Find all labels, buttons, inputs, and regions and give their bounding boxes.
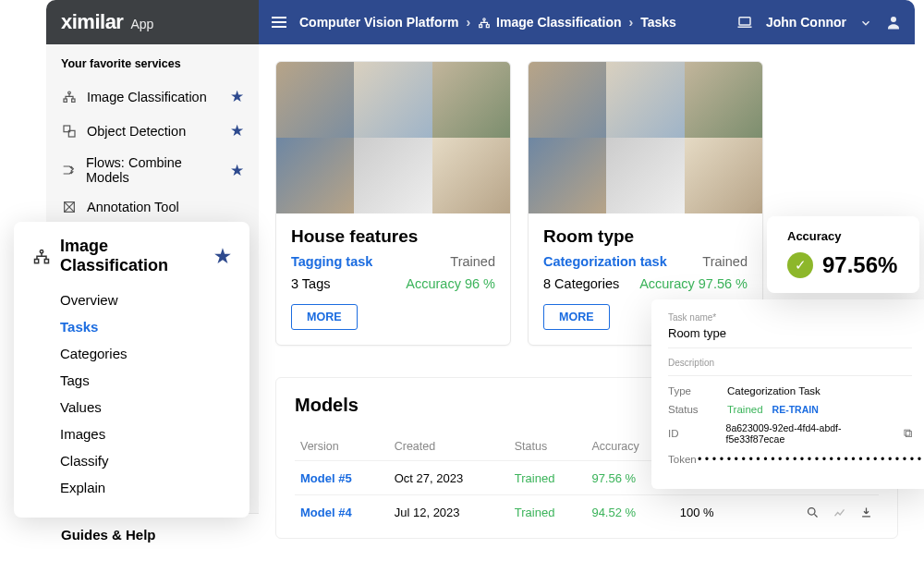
detail-type-label: Type [668,385,727,396]
svg-point-0 [483,18,485,20]
topbar: ximilar App Computer Vision Platform › I… [46,0,915,44]
card-meta: 3 Tags [291,276,330,291]
svg-rect-6 [64,99,67,102]
flows-icon [61,163,77,177]
classification-icon [478,15,491,30]
task-detail-panel: Task name* Room type Description Type Ca… [651,299,924,489]
svg-rect-2 [486,25,489,28]
sidebar-item-label: Image Classification [87,90,207,104]
classification-icon [61,90,78,104]
col-created: Created [389,433,509,461]
card-meta: 8 Categories [543,276,619,291]
menu-icon[interactable] [272,17,286,28]
sidebar-item-flows[interactable]: Flows: Combine Models ★ [46,148,259,192]
card-thumbnails [276,62,510,213]
star-icon[interactable]: ★ [230,161,244,180]
svg-point-13 [40,250,43,252]
task-type-link[interactable]: Categorization task [543,254,667,269]
model-created: Jul 12, 2023 [389,495,509,530]
star-icon[interactable]: ★ [230,121,244,140]
annotation-icon [61,200,78,214]
table-row: Model #4Jul 12, 2023Trained94.52 %100 % [295,495,879,530]
detail-status-label: Status [668,404,727,415]
nav-bar: Computer Vision Platform › Image Classif… [259,0,915,44]
model-created: Oct 27, 2023 [389,461,509,495]
model-status: Trained [509,495,587,530]
sidebar-item-classification[interactable]: Image Classification ★ [46,79,259,114]
star-icon[interactable]: ★ [230,87,244,106]
sidebar-item-label: Flows: Combine Models [86,155,221,185]
submenu-item-explain[interactable]: Explain [60,474,231,501]
detail-token-label: Token [668,454,697,465]
card-status: Trained [702,254,748,269]
download-icon[interactable] [859,505,873,519]
card-accuracy: Accuracy 97.56 % [639,276,748,291]
classification-icon [32,246,51,265]
accuracy-value: 97.56% [822,252,897,278]
logo-text: ximilar [61,10,123,34]
model-status: Trained [509,461,587,495]
model-link[interactable]: Model #4 [300,506,352,519]
svg-point-12 [808,508,816,516]
col-status: Status [509,433,587,461]
accuracy-card: Accuracy ✓ 97.56% [767,216,919,293]
model-accuracy: 94.52 % [586,495,674,530]
logo-sub: App [130,17,153,31]
sidebar-title: Your favorite services [46,57,259,79]
submenu-card: Image Classification ★ OverviewTasksCate… [14,222,249,518]
sidebar-item-detection[interactable]: Object Detection ★ [46,114,259,148]
submenu-item-tasks[interactable]: Tasks [60,313,231,340]
task-type-link[interactable]: Tagging task [291,254,372,269]
breadcrumb-item[interactable]: Image Classification [496,15,621,30]
sidebar-item-label: Annotation Tool [87,200,179,214]
detail-id: 8a623009-92ed-4fd4-abdf-f5e33f87ecae [726,422,896,445]
detail-token: •••••••••••••••••••••••••••••••••••••••• [697,453,924,466]
detail-id-label: ID [668,428,726,439]
more-button[interactable]: MORE [291,304,358,330]
user-icon[interactable] [885,14,902,30]
breadcrumb-item[interactable]: Tasks [640,15,676,30]
chevron-right-icon: › [466,15,470,30]
user-name[interactable]: John Connor [766,15,846,30]
laptop-icon[interactable] [736,14,753,30]
svg-rect-7 [72,99,75,102]
star-icon[interactable]: ★ [214,245,231,267]
task-card-house[interactable]: House features Tagging task Trained 3 Ta… [275,61,511,346]
magnify-icon[interactable] [806,505,820,519]
detection-icon [61,124,78,139]
detail-name[interactable]: Room type [668,323,912,348]
accuracy-label: Accuracy [787,229,899,243]
copy-icon[interactable]: ⧉ [904,426,912,441]
sidebar-item-annotation[interactable]: Annotation Tool [46,192,259,222]
model-progress: 100 % [675,495,760,530]
submenu-item-tags[interactable]: Tags [60,367,231,394]
submenu-item-images[interactable]: Images [60,421,231,447]
breadcrumb-item[interactable]: Computer Vision Platform [299,15,458,30]
submenu-item-categories[interactable]: Categories [60,340,231,367]
detail-name-label: Task name* [668,312,912,323]
detail-status: Trained [727,404,763,415]
retrain-button[interactable]: RE-TRAIN [772,404,819,415]
card-accuracy: Accuracy 96 % [406,276,495,291]
submenu-item-classify[interactable]: Classify [60,447,231,474]
submenu-item-values[interactable]: Values [60,394,231,421]
card-status: Trained [450,254,495,269]
check-icon: ✓ [787,252,813,278]
svg-rect-15 [44,259,48,262]
chevron-down-icon[interactable] [859,15,872,30]
card-thumbnails [529,62,762,213]
col-version: Version [295,433,389,461]
logo-area: ximilar App [46,0,259,44]
submenu-item-overview[interactable]: Overview [60,286,231,313]
svg-rect-3 [739,18,750,25]
model-link[interactable]: Model #5 [300,471,352,485]
detail-type: Categorization Task [727,385,821,396]
chevron-right-icon: › [629,15,634,30]
svg-rect-1 [480,25,482,28]
card-title: House features [291,226,495,247]
detail-desc-label: Description [668,358,912,376]
sidebar-footer[interactable]: Guides & Help [46,513,259,555]
chart-icon[interactable] [833,505,846,519]
svg-point-5 [68,91,71,94]
more-button[interactable]: MORE [543,304,610,330]
